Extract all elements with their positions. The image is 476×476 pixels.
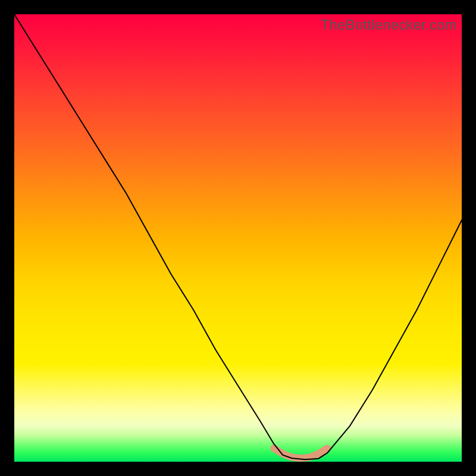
chart-frame: TheBottleneсker.com (0, 0, 476, 476)
plot-area: TheBottleneсker.com (14, 14, 462, 462)
bottleneck-curve-line (14, 14, 462, 459)
chart-svg (14, 14, 462, 462)
watermark-text: TheBottleneсker.com (321, 17, 457, 33)
